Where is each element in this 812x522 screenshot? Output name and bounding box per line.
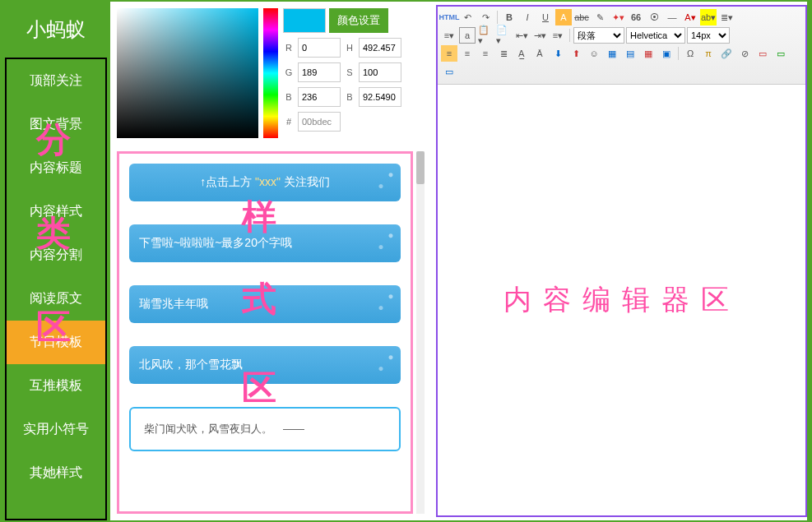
nav-content-title[interactable]: 内容标题 [7,146,105,190]
label-s: S [344,67,355,77]
right-edge-bar [807,2,812,520]
nav-other-styles[interactable]: 其她样式 [7,451,105,495]
input-brightness[interactable] [359,87,401,107]
char-icon[interactable]: a [459,27,476,44]
paste-text-icon[interactable]: 📄▾ [495,27,512,44]
indent-inc-icon[interactable]: ⇥▾ [531,27,548,44]
rtl-icon[interactable]: Ā [531,45,548,62]
hr-icon[interactable]: — [664,9,680,25]
date-icon[interactable]: ▦ [604,45,620,62]
snowman-icon [351,346,401,384]
bold-icon[interactable]: B [501,9,517,25]
label-hex: # [283,117,295,127]
editor-toolbar: HTML ↶ ↷ B I U A abc ✎ ✦▾ 66 ⦿ — A▾ ab▾ [438,7,805,85]
color-picker-panel: 颜色设置 R H G S B B # [110,2,433,145]
template-area: ↑点击上方 "xxx" 关注我们 下雪啦~啦啦啦~最多20个字哦 瑞雪兆丰年哦 … [110,145,433,520]
undo-icon[interactable]: ↶ [459,9,476,25]
editor-canvas[interactable]: 内容编辑器区 [438,85,805,515]
label-h: H [344,43,355,53]
align-opts-icon[interactable]: ≡▾ [550,27,566,44]
template-list: ↑点击上方 "xxx" 关注我们 下雪啦~啦啦啦~最多20个字哦 瑞雪兆丰年哦 … [117,151,413,514]
emoji-icon[interactable]: ☺ [586,45,602,62]
lineheight-icon[interactable]: ≡▾ [441,27,457,44]
village-icon [351,285,401,323]
nav-holiday-template[interactable]: 节日模板 [7,321,105,364]
font-select[interactable]: Helvetica [626,27,685,44]
snowflake-icon [351,164,401,201]
calendar-icon[interactable]: ▦ [640,45,657,62]
ltr-icon[interactable]: A̲ [513,45,530,62]
font-color-icon[interactable]: A▾ [682,9,698,25]
color-apply-button[interactable]: 颜色设置 [329,8,388,33]
editor-watermark: 内容编辑器区 [503,281,740,319]
video-icon[interactable]: ▭ [773,45,789,62]
template-poem-box[interactable]: 柴门闻犬吠，风雪夜归人。 —— [129,407,401,451]
nav-read-more[interactable]: 阅读原文 [7,277,105,321]
font-bg-icon[interactable]: A [555,9,572,25]
color-swatch [283,8,326,33]
align-right-icon[interactable]: ≡ [477,45,494,62]
input-s[interactable] [359,62,401,82]
quote-icon[interactable]: 66 [628,9,644,25]
sidebar: 小蚂蚁 顶部关注 图文背景 内容标题 内容样式 内容分割 阅读原文 节日模板 互… [2,2,110,520]
media-icon[interactable]: ▭ [441,63,457,80]
input-h[interactable] [359,38,401,58]
unlink-icon[interactable]: ⊘ [736,45,753,62]
input-g[interactable] [298,62,341,82]
image-icon[interactable]: ▭ [754,45,771,62]
link-icon[interactable]: 🔗 [718,45,735,62]
sub-icon[interactable]: ⬇ [550,45,566,62]
label-r: R [283,43,295,53]
italic-icon[interactable]: I [519,9,536,25]
format-painter-icon[interactable]: ✦▾ [610,9,626,25]
brush-icon[interactable]: ✎ [592,9,608,25]
saturation-value-area[interactable] [117,8,258,138]
label-br: B [344,92,355,102]
input-hex[interactable] [298,112,341,132]
nav-top-follow[interactable]: 顶部关注 [7,59,105,103]
nav-image-bg[interactable]: 图文背景 [7,103,105,146]
anchor-icon[interactable]: π [700,45,717,62]
middle-column: 颜色设置 R H G S B B # [110,2,433,520]
sup-icon[interactable]: ⬆ [568,45,584,62]
nav-content-style[interactable]: 内容样式 [7,190,105,233]
template-scrollbar[interactable] [416,151,425,514]
list-icon[interactable]: ≣▾ [718,9,735,25]
nav-content-divider[interactable]: 内容分割 [7,233,105,277]
omega-icon[interactable]: Ω [682,45,698,62]
label-b: B [283,92,295,102]
editor-frame: HTML ↶ ↷ B I U A abc ✎ ✦▾ 66 ⦿ — A▾ ab▾ [436,5,807,517]
nav-symbols[interactable]: 实用小符号 [7,408,105,451]
align-center-icon[interactable]: ≡ [459,45,476,62]
align-left-icon[interactable]: ≡ [441,45,457,62]
template-follow-banner[interactable]: ↑点击上方 "xxx" 关注我们 [129,164,401,201]
hue-slider[interactable] [263,8,278,138]
redo-icon[interactable]: ↷ [477,9,494,25]
select-all-icon[interactable]: ▣ [658,45,675,62]
highlight-icon[interactable]: ab▾ [700,9,717,25]
nav-crosspromo[interactable]: 互推模板 [7,364,105,408]
underline-icon[interactable]: U [537,9,554,25]
code-icon[interactable]: ⦿ [646,9,662,25]
app-logo: 小蚂蚁 [2,2,110,58]
snowflake-icon [351,224,401,262]
editor-column: HTML ↶ ↷ B I U A abc ✎ ✦▾ 66 ⦿ — A▾ ab▾ [433,2,810,520]
template-snow-banner[interactable]: 下雪啦~啦啦啦~最多20个字哦 [129,224,401,262]
strike-icon[interactable]: abc [573,9,590,25]
table-icon[interactable]: ▤ [622,45,638,62]
nav-outline: 顶部关注 图文背景 内容标题 内容样式 内容分割 阅读原文 节日模板 互推模板 … [5,58,107,520]
input-b[interactable] [298,87,341,107]
fontsize-select[interactable]: 14px [687,27,730,44]
align-justify-icon[interactable]: ≣ [495,45,512,62]
template-harvest-banner[interactable]: 瑞雪兆丰年哦 [129,285,401,323]
label-g: G [283,67,295,77]
input-r[interactable] [298,38,341,58]
format-select[interactable]: 段落 [573,27,624,44]
html-source-button[interactable]: HTML [441,9,457,25]
paste-word-icon[interactable]: 📋▾ [477,27,494,44]
indent-dec-icon[interactable]: ⇤▾ [513,27,530,44]
template-northwind-banner[interactable]: 北风吹，那个雪花飘 [129,346,401,384]
